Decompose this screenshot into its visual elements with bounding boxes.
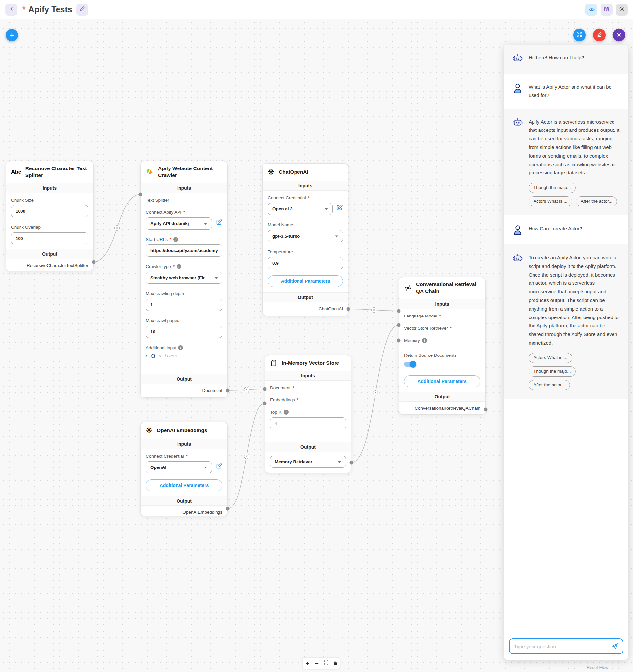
edit-title-button[interactable] — [76, 4, 88, 16]
crawler-type-select[interactable]: Stealthy web browser (Firef… — [146, 271, 222, 284]
additional-parameters-button[interactable]: Additional Parameters — [404, 375, 480, 387]
expand-chat-button[interactable] — [573, 29, 586, 41]
edit-credential-button[interactable] — [215, 462, 222, 470]
info-icon: i — [178, 345, 183, 350]
bot-avatar-icon — [512, 118, 523, 129]
suggestion-chip[interactable]: Though the majo... — [529, 366, 576, 377]
add-node-button[interactable]: + — [6, 29, 18, 41]
chevron-down-icon — [214, 275, 218, 280]
edge-delete-button[interactable]: × — [244, 387, 249, 392]
output-port[interactable] — [92, 260, 96, 264]
suggestion-chip[interactable]: Actors What is ... — [529, 196, 572, 207]
text-splitter-label: Text Splitter — [146, 197, 222, 202]
input-port[interactable] — [263, 402, 267, 405]
edit-credential-button[interactable] — [336, 204, 343, 211]
apify-api-credential-select[interactable]: Apify API drobnikj — [146, 217, 212, 230]
reset-flow-button[interactable]: Reset Flow — [587, 665, 608, 670]
json-expand-icon[interactable]: ▶ — [146, 354, 147, 358]
input-port[interactable] — [397, 323, 401, 327]
lock-button[interactable] — [331, 659, 339, 667]
chevron-down-icon — [204, 221, 207, 226]
suggestion-chip[interactable]: After the actor... — [529, 380, 570, 390]
gear-icon — [619, 6, 625, 13]
node-conversational-retrieval-qa-chain[interactable]: Conversational Retrieval QA Chain Inputs… — [399, 277, 486, 415]
node-in-memory-vector-store[interactable]: In-Memory Vector Store Inputs Document* … — [265, 355, 351, 473]
fit-view-button[interactable] — [322, 659, 330, 667]
suggestion-chip[interactable]: Though the majo... — [529, 183, 576, 193]
node-recursive-character-text-splitter[interactable]: Abc Recursive Character Text Splitter In… — [6, 161, 94, 271]
additional-parameters-button[interactable]: Additional Parameters — [146, 479, 222, 491]
save-flow-button[interactable] — [601, 4, 612, 16]
start-urls-input[interactable] — [146, 244, 222, 257]
document-input-label: Document* — [270, 385, 346, 390]
input-port[interactable] — [139, 193, 142, 196]
clear-chat-button[interactable] — [593, 29, 606, 41]
json-editor-row[interactable]: ▶ {} 0 items — [146, 354, 222, 358]
connect-apify-api-label: Connect Apify API* — [146, 210, 222, 215]
output-port[interactable] — [484, 408, 488, 411]
input-port[interactable] — [397, 339, 401, 342]
memory-label: Memoryi — [404, 338, 480, 343]
memory-card-icon — [270, 359, 277, 367]
eraser-icon — [596, 31, 602, 39]
output-type-select[interactable]: Memory Retriever — [270, 456, 346, 468]
chat-message-user: How Can I create Actor? — [504, 215, 628, 244]
chat-message-user: What is Apify Actor and what it can be u… — [504, 74, 628, 109]
additional-parameters-button[interactable]: Additional Parameters — [268, 275, 343, 287]
suggestion-chip[interactable]: Actors What is ... — [529, 353, 572, 363]
output-anchor-label: OpenAIEmbeddings — [141, 506, 228, 517]
zoom-out-button[interactable]: − — [313, 659, 321, 667]
settings-button[interactable] — [616, 4, 628, 16]
close-chat-button[interactable]: ✕ — [613, 29, 626, 41]
chat-message-text: Apify Actor is a serverless microservice… — [529, 118, 620, 177]
max-crawling-depth-input[interactable] — [146, 299, 222, 311]
output-port[interactable] — [226, 507, 230, 511]
flow-title: Apify Tests — [28, 5, 72, 14]
output-port[interactable] — [226, 388, 230, 392]
inputs-section-header: Inputs — [141, 183, 228, 193]
edit-credential-button[interactable] — [215, 219, 222, 226]
temperature-input[interactable] — [268, 257, 343, 269]
send-icon[interactable] — [611, 643, 618, 650]
output-section-header: Output — [399, 392, 485, 402]
chevron-down-icon — [324, 207, 328, 212]
suggestion-chip[interactable]: After the actor... — [576, 196, 617, 207]
top-k-input[interactable] — [270, 417, 346, 430]
chat-input-box[interactable] — [509, 638, 624, 654]
code-icon: </> — [588, 7, 594, 12]
temperature-label: Temperature — [268, 249, 343, 255]
chat-panel: Hi there! How can I help?What is Apify A… — [504, 45, 628, 660]
input-port[interactable] — [397, 309, 401, 313]
inputs-section-header: Inputs — [399, 299, 485, 309]
edge-delete-button[interactable]: × — [371, 307, 376, 313]
edge-delete-button[interactable]: × — [244, 454, 249, 459]
api-code-button[interactable]: </> — [585, 4, 597, 16]
crawler-type-label: Crawler type*i — [146, 264, 222, 269]
chat-message-text: Hi there! How can I help? — [529, 53, 584, 62]
chunk-size-input[interactable] — [11, 205, 88, 217]
openai-credential-select[interactable]: OpenAI — [146, 461, 212, 474]
edge-delete-button[interactable]: × — [114, 225, 120, 231]
model-name-label: Model Name — [268, 222, 343, 227]
output-anchor-label: ConversationalRetrievalQAChain — [399, 402, 485, 415]
chat-messages: Hi there! How can I help?What is Apify A… — [504, 45, 628, 634]
node-title: Recursive Character Text Splitter — [25, 165, 88, 179]
node-chatopenai[interactable]: ❋ ChatOpenAI Inputs Connect Credential* … — [262, 163, 348, 316]
input-port[interactable] — [263, 387, 267, 391]
chat-question-input[interactable] — [514, 644, 608, 649]
max-crawl-pages-input[interactable] — [146, 326, 222, 338]
openai-credential-select[interactable]: Open ai 2 — [268, 203, 332, 215]
zoom-in-button[interactable]: + — [303, 659, 311, 667]
node-apify-website-content-crawler[interactable]: Apify Website Content Crawler Inputs Tex… — [140, 161, 228, 398]
return-source-documents-toggle[interactable] — [404, 362, 416, 367]
back-button[interactable] — [5, 4, 17, 16]
max-crawl-pages-label: Max crawl pages — [146, 318, 222, 323]
output-port[interactable] — [347, 307, 350, 311]
model-name-select[interactable]: gpt-3.5-turbo — [268, 230, 343, 242]
node-openai-embeddings[interactable]: ❋ OpenAI Embeddings Inputs Connect Crede… — [140, 422, 228, 517]
chat-message-bot: Apify Actor is a serverless microservice… — [504, 109, 628, 215]
output-port[interactable] — [350, 461, 353, 464]
edge-delete-button[interactable]: × — [373, 390, 378, 395]
chunk-overlap-input[interactable] — [11, 232, 88, 244]
output-anchor-label: RecursiveCharacterTextSplitter — [6, 259, 93, 271]
